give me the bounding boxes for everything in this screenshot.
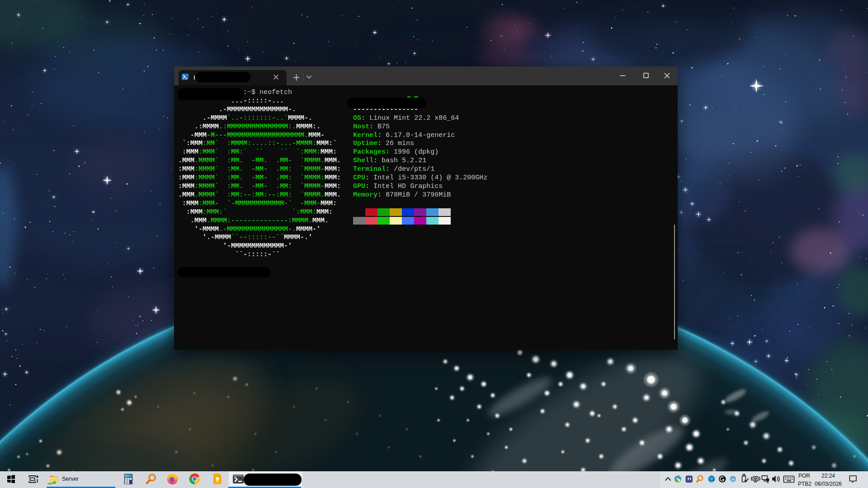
svg-text:POR: POR [798,473,810,479]
svg-text:Server: Server [62,476,79,482]
svg-text:qb: qb [731,478,735,481]
svg-text:22:24: 22:24 [821,473,835,479]
svg-text:06/03/2026: 06/03/2026 [815,481,842,487]
svg-text:PTB2: PTB2 [798,481,811,487]
